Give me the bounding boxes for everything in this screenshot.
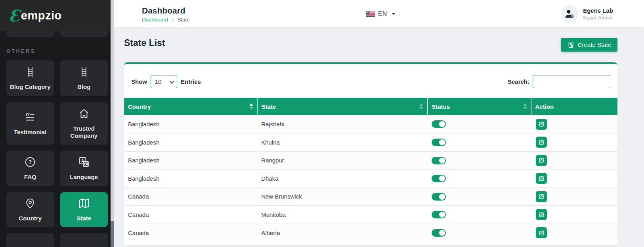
country-cell: Bangladesh <box>124 170 257 188</box>
brand-logo-text: empzio <box>21 9 62 22</box>
edit-button[interactable] <box>536 155 547 166</box>
file-plus-icon <box>567 41 575 48</box>
state-cell: Rajshahi <box>257 115 428 133</box>
sidebar-tile-grid: Blog Category Blog Testimonial <box>0 60 114 227</box>
edit-icon <box>539 157 545 163</box>
sidebar-tile-partial[interactable] <box>60 233 108 247</box>
sidebar-tile-partial[interactable] <box>6 31 54 37</box>
edit-icon <box>539 176 545 181</box>
sidebar-item-testimonial[interactable]: Testimonial <box>6 102 54 145</box>
show-label: Show <box>131 78 147 85</box>
status-toggle-on[interactable] <box>432 139 446 146</box>
edit-icon <box>539 193 545 199</box>
page-header-title: Dashboard <box>142 6 190 15</box>
column-header-country[interactable]: Country <box>124 98 257 115</box>
edit-button[interactable] <box>536 137 547 148</box>
status-toggle-on[interactable] <box>432 175 446 182</box>
map-pin-icon <box>24 197 36 211</box>
edit-button[interactable] <box>536 191 547 202</box>
sidebar-item-label: Blog Category <box>10 83 51 91</box>
table-row: Canada Manitoba <box>124 206 617 224</box>
create-state-label: Create State <box>578 41 611 48</box>
status-toggle-on[interactable] <box>432 211 446 218</box>
edit-icon <box>539 212 545 218</box>
table-controls: Show 10 Entries Search: <box>124 64 617 98</box>
sidebar: Ɛ empzio OTHERS Blog Category <box>0 0 114 247</box>
country-cell: Bangladesh <box>124 151 257 170</box>
main-area: Dashboard Dashboard / State <box>114 0 644 247</box>
column-header-status[interactable]: Status <box>428 98 531 115</box>
table-row: Bangladesh Rajshahi <box>124 115 617 133</box>
state-cell: Alberta <box>257 224 428 242</box>
top-header: Dashboard Dashboard / State <box>114 0 644 27</box>
edit-button[interactable] <box>536 209 547 220</box>
column-header-state[interactable]: State <box>257 98 428 115</box>
breadcrumb-home-link[interactable]: Dashboard <box>142 17 168 23</box>
language-switcher[interactable]: EN <box>366 0 396 27</box>
state-table: Country State Status <box>124 98 617 242</box>
country-cell: Canada <box>124 187 257 206</box>
status-cell <box>428 206 531 224</box>
action-cell <box>531 224 617 242</box>
status-toggle-on[interactable] <box>432 157 446 164</box>
action-cell <box>531 206 617 224</box>
edit-button[interactable] <box>536 227 547 238</box>
state-list-card: Show 10 Entries Search: <box>124 62 617 245</box>
user-menu[interactable]: Egens Lab Super Admin <box>561 5 613 23</box>
create-state-button[interactable]: Create State <box>561 38 617 52</box>
status-toggle-on[interactable] <box>432 193 446 201</box>
table-row: Bangladesh Khulna <box>124 133 617 152</box>
language-code: EN <box>378 10 387 17</box>
edit-button[interactable] <box>536 173 547 184</box>
country-cell: Canada <box>124 224 257 242</box>
ladder-icon <box>78 66 90 79</box>
ladder-icon <box>24 66 36 79</box>
sidebar-item-blog[interactable]: Blog <box>60 60 108 96</box>
folded-map-icon <box>78 197 90 211</box>
country-cell: Canada <box>124 206 257 224</box>
status-cell <box>428 133 531 152</box>
page-title: State List <box>124 38 165 48</box>
header-title-block: Dashboard Dashboard / State <box>142 5 190 23</box>
state-cell: Dhaka <box>257 170 428 188</box>
chevron-down-icon <box>392 13 396 15</box>
status-toggle-on[interactable] <box>432 229 446 237</box>
sort-icon <box>249 104 253 110</box>
sidebar-item-country[interactable]: Country <box>6 192 54 227</box>
status-cell <box>428 170 531 188</box>
search-input[interactable] <box>533 75 610 88</box>
user-role: Super Admin <box>583 15 613 21</box>
sidebar-item-blog-category[interactable]: Blog Category <box>6 60 54 96</box>
app-root: Ɛ empzio OTHERS Blog Category <box>0 0 644 247</box>
table-row: Bangladesh Rangpur <box>124 151 617 170</box>
status-cell <box>428 115 531 133</box>
user-gear-icon <box>564 9 575 19</box>
sidebar-item-label: Blog <box>77 83 90 91</box>
status-toggle-on[interactable] <box>432 120 446 128</box>
sidebar-partial-row-top <box>0 31 114 37</box>
edit-icon <box>539 121 545 127</box>
entries-label: Entries <box>181 78 201 85</box>
search-label: Search: <box>508 78 529 85</box>
sidebar-item-state[interactable]: State <box>60 192 108 227</box>
edit-icon <box>539 230 545 236</box>
sidebar-item-label: Language <box>70 174 98 181</box>
state-cell: Khulna <box>257 133 428 152</box>
sidebar-item-faq[interactable]: ? FAQ <box>6 151 54 186</box>
sidebar-scrollbar-thumb[interactable] <box>111 221 114 247</box>
page-head: State List Create State <box>124 38 617 52</box>
sidebar-tile-partial[interactable] <box>6 233 54 247</box>
translate-icon: A <box>78 156 90 170</box>
brand-logo[interactable]: Ɛ empzio <box>0 0 114 31</box>
edit-button[interactable] <box>536 119 547 130</box>
brand-logo-icon: Ɛ <box>9 8 20 24</box>
edit-icon <box>539 139 545 145</box>
sidebar-item-trusted-company[interactable]: Trusted Company <box>60 102 108 145</box>
sidebar-item-language[interactable]: A Language <box>60 151 108 186</box>
page-content: State List Create State Show <box>114 27 644 247</box>
page-size-select[interactable]: 10 <box>151 75 177 88</box>
sidebar-tile-partial[interactable] <box>60 31 108 37</box>
sidebar-scrollbar-track[interactable] <box>111 0 114 247</box>
status-cell <box>428 151 531 170</box>
us-flag-icon <box>366 11 375 17</box>
